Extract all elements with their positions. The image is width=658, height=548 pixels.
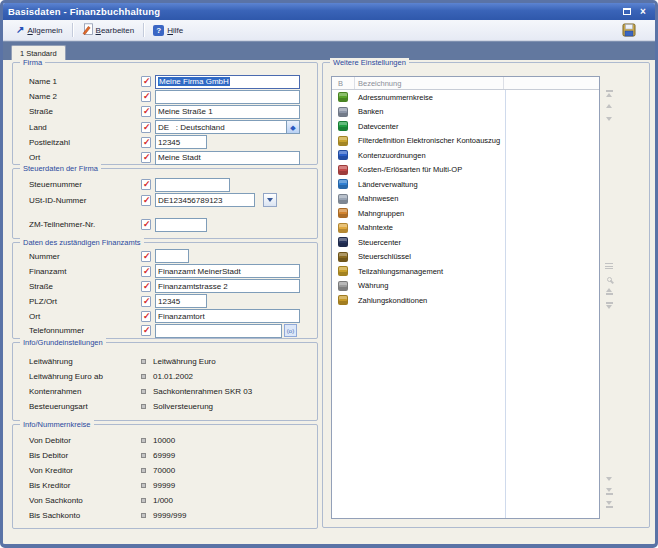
group-caption: Info/Grundeinstellungen: [20, 338, 106, 347]
edit-check-icon[interactable]: [141, 311, 151, 322]
list-item[interactable]: Steuercenter: [332, 235, 599, 250]
edit-check-icon[interactable]: [141, 76, 151, 87]
scroll-up-button[interactable]: [603, 101, 615, 111]
list-item[interactable]: Kontenzuordnungen: [332, 148, 599, 163]
restore-button[interactable]: [620, 5, 634, 18]
edit-check-icon[interactable]: [141, 106, 151, 117]
list-item[interactable]: Länderverwaltung: [332, 177, 599, 192]
sort-ascending-button[interactable]: [603, 287, 615, 297]
list-menu-button[interactable]: [603, 261, 615, 271]
name1-input[interactable]: Meine Firma GmbH: [155, 75, 300, 89]
scroll-down-icon: [606, 117, 612, 121]
scroll-bottom-button[interactable]: [603, 500, 615, 510]
list-item[interactable]: Banken: [332, 105, 599, 120]
window-title: Basisdaten - Finanzbuchhaltung: [8, 6, 618, 17]
list-item[interactable]: Filterdefinition Elektronischer Kontoaus…: [332, 134, 599, 149]
sort-ascending-icon: [606, 288, 612, 292]
list-item[interactable]: Mahntexte: [332, 221, 599, 236]
info-row: Leitwährung Leitwährung Euro: [13, 354, 317, 369]
sort-descending-icon: [606, 305, 612, 309]
info-row: Von Kreditor 70000: [13, 463, 317, 478]
group-grundeinstellungen: Info/Grundeinstellungen Leitwährung Leit…: [12, 342, 318, 421]
info-row: Kontenrahmen Sachkontenrahmen SKR 03: [13, 384, 317, 399]
list-header: B Bezeichnung: [332, 77, 599, 90]
close-button[interactable]: ×: [636, 5, 650, 18]
field-row: Ort Finanzamtort: [13, 309, 317, 324]
steuernummer-input[interactable]: [155, 178, 230, 192]
fa-strasse-input[interactable]: Finanzamtstrasse 2: [155, 279, 300, 293]
field-row: Finanzamt Finanzamt MeinerStadt: [13, 264, 317, 279]
nummer-input[interactable]: [155, 249, 189, 263]
list-menu-icon: [605, 263, 613, 269]
strasse-input[interactable]: Meine Straße 1: [155, 105, 300, 119]
list-item[interactable]: Teilzahlungsmanagement: [332, 264, 599, 279]
name2-input[interactable]: [155, 90, 300, 104]
edit-check-icon[interactable]: [141, 325, 151, 336]
list-item[interactable]: Adressnummernkreise: [332, 90, 599, 105]
jump-down-icon: [606, 488, 612, 492]
field-row: Nummer: [13, 249, 317, 264]
edit-check-icon[interactable]: [141, 219, 151, 230]
field-label: Ort: [29, 312, 141, 321]
save-button[interactable]: [619, 21, 639, 39]
menu-hilfe[interactable]: ? Hilfe: [148, 22, 188, 39]
readonly-marker-icon: [141, 453, 146, 458]
telefon-input[interactable]: [155, 324, 282, 338]
scroll-top-button[interactable]: [603, 88, 615, 98]
info-label: Kontenrahmen: [29, 387, 141, 396]
field-label: Steuernummer: [29, 180, 141, 189]
jump-down-button[interactable]: [603, 487, 615, 497]
sort-descending-button[interactable]: [603, 300, 615, 310]
fa-plz-input[interactable]: 12345: [155, 294, 207, 308]
edit-check-icon[interactable]: [141, 281, 151, 292]
info-value: 01.01.2002: [153, 372, 193, 381]
list-item-label: Steuerschlüssel: [358, 252, 411, 261]
edit-check-icon[interactable]: [141, 137, 151, 148]
dropdown-button[interactable]: [263, 193, 277, 207]
edit-check-icon[interactable]: [141, 91, 151, 102]
ort-input[interactable]: Meine Stadt: [155, 151, 300, 165]
list-item[interactable]: Kosten-/Erlösarten für Multi-OP: [332, 163, 599, 178]
list-item[interactable]: Datevcenter: [332, 119, 599, 134]
land-combo[interactable]: DE : Deutschland ◆: [155, 120, 300, 134]
edit-check-icon[interactable]: [141, 266, 151, 277]
ustid-input[interactable]: DE123456789123: [155, 193, 255, 207]
field-row: PLZ/Ort 12345: [13, 294, 317, 309]
fa-ort-input[interactable]: Finanzamtort: [155, 309, 300, 323]
list-item[interactable]: Mahngruppen: [332, 206, 599, 221]
page-down-button[interactable]: [603, 474, 615, 484]
group-finanzamt: Daten des zuständigen Finanzamts Nummer …: [12, 242, 318, 339]
scroll-bottom-icon: [606, 501, 612, 505]
edit-check-icon[interactable]: [141, 179, 151, 190]
plz-input[interactable]: 12345: [155, 135, 207, 149]
scroll-down-button[interactable]: [603, 114, 615, 124]
search-button[interactable]: [603, 274, 615, 284]
finanzamt-input[interactable]: Finanzamt MeinerStadt: [155, 264, 300, 278]
edit-check-icon[interactable]: [141, 195, 151, 206]
list-item-label: Teilzahlungsmanagement: [358, 267, 443, 276]
edit-check-icon[interactable]: [141, 152, 151, 163]
cost-revenue-types-icon: [338, 165, 348, 175]
list-item[interactable]: Zahlungskonditionen: [332, 293, 599, 308]
list-item[interactable]: Steuerschlüssel: [332, 250, 599, 265]
list-item[interactable]: Mahnwesen: [332, 192, 599, 207]
arrow-north-east-icon: ↗: [16, 25, 24, 35]
menu-bearbeiten[interactable]: Bearbeiten: [77, 22, 140, 39]
restore-icon: [623, 8, 631, 15]
phone-dial-button[interactable]: (o): [284, 324, 297, 337]
info-value: 99999: [153, 481, 175, 490]
list-item-label: Mahngruppen: [358, 209, 404, 218]
edit-check-icon[interactable]: [141, 122, 151, 133]
menu-allgemein[interactable]: ↗ Allgemein: [11, 22, 68, 39]
list-item[interactable]: Währung: [332, 279, 599, 294]
edit-check-icon[interactable]: [141, 251, 151, 262]
field-row: Steuernummer: [13, 177, 317, 193]
zm-input[interactable]: [155, 218, 207, 232]
spin-button[interactable]: ◆: [286, 121, 299, 133]
column-divider: [505, 90, 506, 518]
field-label: Straße: [29, 107, 141, 116]
content-area: Firma Name 1 Meine Firma GmbH Name 2 Str…: [3, 60, 655, 544]
edit-check-icon[interactable]: [141, 296, 151, 307]
readonly-marker-icon: [141, 498, 146, 503]
countries-globe-icon: [338, 179, 348, 189]
